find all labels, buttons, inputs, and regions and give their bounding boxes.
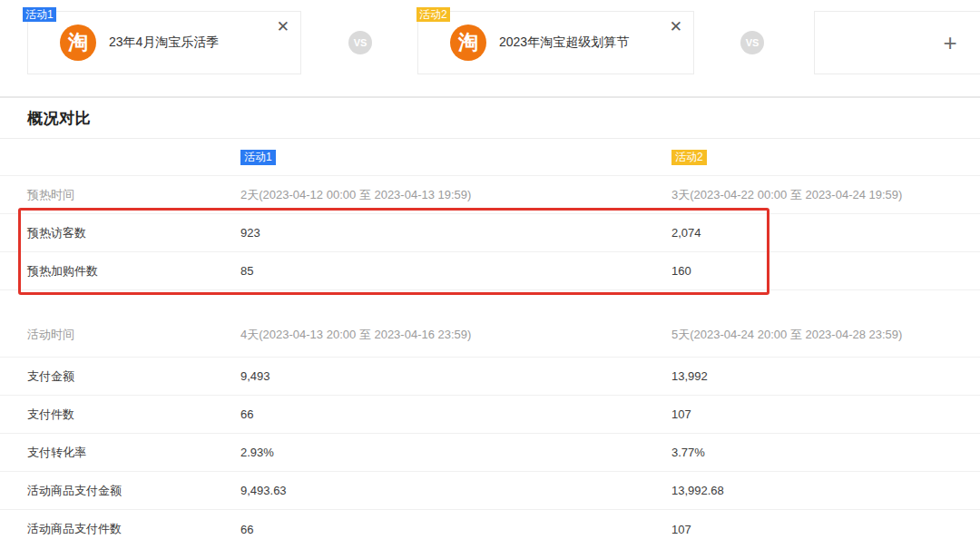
close-icon[interactable]: ✕ xyxy=(277,17,289,37)
table-row-preheat-cart-items: 预热加购件数 85 160 xyxy=(0,252,980,290)
row-value-activity2: 13,992 xyxy=(671,369,980,383)
activity1-card[interactable]: 淘 23年4月淘宝乐活季 ✕ xyxy=(27,11,301,74)
row-label: 活动商品支付件数 xyxy=(0,521,240,537)
row-value-activity1: 4天(2023-04-13 20:00 至 2023-04-16 23:59) xyxy=(240,327,671,343)
row-value-activity2: 3.77% xyxy=(671,446,980,459)
table-row-goods-payment-amount: 活动商品支付金额 9,493.63 13,992.68 xyxy=(0,472,980,510)
row-label: 预热时间 xyxy=(0,187,240,203)
vs-badge: VS xyxy=(348,31,372,54)
group-spacer xyxy=(0,290,980,312)
activity2-card[interactable]: 淘 2023年淘宝超级划算节 ✕ xyxy=(417,11,694,74)
comparison-table: 活动1 活动2 预热时间 2天(2023-04-12 00:00 至 2023-… xyxy=(0,138,980,548)
row-label: 支付件数 xyxy=(0,407,240,423)
taobao-logo-icon: 淘 xyxy=(60,25,96,61)
comparison-bar: 活动1 淘 23年4月淘宝乐活季 ✕ VS 活动2 淘 2023年淘宝超级划算节… xyxy=(0,0,980,97)
table-row-preheat-time: 预热时间 2天(2023-04-12 00:00 至 2023-04-13 19… xyxy=(0,176,980,214)
activity1-title: 23年4月淘宝乐活季 xyxy=(109,34,219,51)
close-icon[interactable]: ✕ xyxy=(670,17,682,37)
activity2-slot-badge: 活动2 xyxy=(416,7,450,22)
row-value-activity2: 107 xyxy=(671,523,980,536)
row-label: 活动商品支付金额 xyxy=(0,483,240,499)
row-value-activity2: 107 xyxy=(671,407,980,421)
table-row-goods-payment-items: 活动商品支付件数 66 107 xyxy=(0,510,980,548)
row-value-activity2: 160 xyxy=(671,264,980,278)
taobao-logo-icon: 淘 xyxy=(450,25,486,61)
table-row-activity-time: 活动时间 4天(2023-04-13 20:00 至 2023-04-16 23… xyxy=(0,312,980,358)
overview-section: 概况对比 活动1 活动2 预热时间 2天(2023-04-12 00:00 至 … xyxy=(0,98,980,129)
row-value-activity1: 66 xyxy=(240,523,671,536)
row-value-activity2: 5天(2023-04-24 20:00 至 2023-04-28 23:59) xyxy=(671,327,980,343)
activity2-column-badge: 活动2 xyxy=(671,150,707,165)
table-row-payment-items: 支付件数 66 107 xyxy=(0,396,980,434)
table-header-row: 活动1 活动2 xyxy=(0,139,980,176)
row-value-activity1: 85 xyxy=(240,264,671,278)
row-value-activity1: 9,493.63 xyxy=(240,484,671,497)
table-row-payment-amount: 支付金额 9,493 13,992 xyxy=(0,358,980,396)
row-value-activity1: 923 xyxy=(240,226,671,240)
row-value-activity2: 3天(2023-04-22 00:00 至 2023-04-24 19:59) xyxy=(671,187,980,203)
add-activity-card[interactable]: + xyxy=(814,11,980,74)
section-title: 概况对比 xyxy=(27,108,980,129)
activity2-title: 2023年淘宝超级划算节 xyxy=(499,34,629,51)
row-value-activity1: 66 xyxy=(240,407,671,421)
page: 活动1 淘 23年4月淘宝乐活季 ✕ VS 活动2 淘 2023年淘宝超级划算节… xyxy=(0,0,980,559)
row-value-activity1: 2天(2023-04-12 00:00 至 2023-04-13 19:59) xyxy=(240,187,671,203)
table-row-preheat-visitors: 预热访客数 923 2,074 xyxy=(0,214,980,252)
table-row-payment-conversion: 支付转化率 2.93% 3.77% xyxy=(0,434,980,472)
vs-badge: VS xyxy=(740,31,764,54)
row-value-activity2: 13,992.68 xyxy=(671,484,980,497)
activity1-column-badge: 活动1 xyxy=(240,150,276,165)
row-label: 支付转化率 xyxy=(0,445,240,461)
row-value-activity1: 9,493 xyxy=(240,369,671,383)
row-label: 预热访客数 xyxy=(0,225,240,241)
activity1-slot-badge: 活动1 xyxy=(23,7,56,22)
row-label: 活动时间 xyxy=(0,327,240,343)
row-label: 支付金额 xyxy=(0,368,240,385)
row-value-activity1: 2.93% xyxy=(240,446,671,459)
row-label: 预热加购件数 xyxy=(0,263,240,280)
row-value-activity2: 2,074 xyxy=(671,226,980,240)
plus-icon: + xyxy=(943,29,956,57)
